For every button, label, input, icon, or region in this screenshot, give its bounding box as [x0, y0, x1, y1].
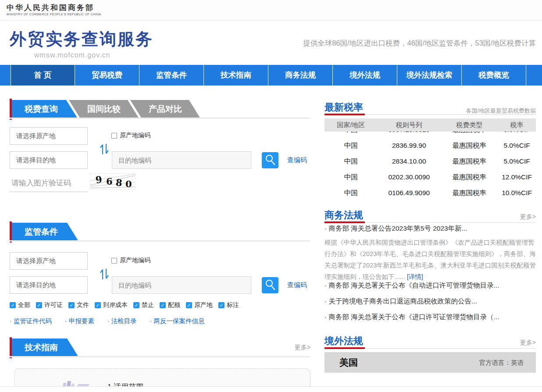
origin-code-checkbox[interactable]: 原产地编码 — [111, 257, 150, 264]
commerce-laws-title: 商务法规 — [324, 209, 363, 222]
ministry-topbar: 中华人民共和国商务部 MINISTRY OF COMMERCE PEOPLE'S… — [0, 0, 542, 21]
news-item[interactable]: · 商务部 海关总署关于公布《自动进口许可管理货物目录... — [324, 281, 536, 290]
captcha-digit: 0 — [125, 178, 132, 189]
tabs-underline — [10, 118, 310, 119]
nav-item-tech-guide[interactable]: 技术指南 — [204, 65, 268, 86]
tax-query-form: 请选择原产地 原产地编码 请选择目的地 查编码 — [10, 127, 310, 197]
rate-row[interactable]: 中国0202.30.0090最惠国税率12.0%CIF — [324, 169, 536, 185]
origin-select[interactable]: 请选择原产地 — [10, 127, 88, 145]
red-title-underline — [324, 221, 365, 223]
section-underline — [10, 356, 310, 357]
red-title-underline — [324, 347, 365, 349]
destination-select[interactable]: 请选择目的地 — [10, 151, 88, 169]
origin-code-checkbox-label: 原产地编码 — [120, 257, 150, 264]
link-trade-remedy-cases[interactable]: · 两反一保案件信息 — [150, 317, 205, 325]
filter-quota[interactable]: ✓配额 — [160, 301, 180, 309]
bottom-strip — [0, 386, 542, 392]
site-url: wmsw.mofcom.gov.cn — [34, 51, 110, 59]
country-language: 官方语言：英语 — [479, 359, 524, 367]
checkbox-checked-icon[interactable]: ✓ — [218, 302, 225, 308]
filter-label[interactable]: ✓标注 — [218, 301, 239, 309]
lookup-code-link[interactable]: 查编码 — [287, 281, 307, 289]
red-accent-bar — [10, 99, 12, 120]
commerce-laws-header: 商务法规 更多> — [324, 209, 536, 224]
country-banner[interactable]: 美国 官方语言：英语 — [324, 352, 536, 373]
supervision-filters: ✓全部 ✓许可证 ✓文件 ✓到岸成本 ✓禁止 ✓配额 ✓原产地 ✓标注 — [10, 301, 239, 309]
checkbox-unchecked-icon[interactable] — [111, 258, 117, 264]
supervision-query-form: 请选择原产地 原产地编码 请选择目的地 查编码 — [10, 252, 310, 296]
supervision-section-title: 监管条件 — [12, 223, 78, 241]
captcha-input[interactable] — [10, 175, 88, 192]
news-featured-summary: 根据《中华人民共和国货物进出口管理条例》《农产品进口关税配额管理暂行办法》和《2… — [324, 237, 536, 282]
checkbox-checked-icon[interactable]: ✓ — [10, 302, 16, 308]
latest-rates-subtitle: 各国/地区最新贸易税费数据 — [466, 107, 536, 115]
nav-item-foreign-laws[interactable]: 境外法规 — [333, 65, 397, 86]
nav-item-home[interactable]: 首 页 — [11, 65, 75, 86]
checkbox-checked-icon[interactable]: ✓ — [160, 302, 166, 308]
destination-select[interactable]: 请选择目的地 — [10, 276, 88, 294]
search-button[interactable] — [262, 277, 278, 293]
commerce-laws-more-link[interactable]: 更多> — [520, 213, 536, 221]
link-inspection-catalog[interactable]: · 法检目录 — [107, 317, 137, 325]
news-item[interactable]: · 商务部 海关总署关于公布《进口许可证管理货物目录（... — [324, 313, 536, 322]
link-declaration-elements[interactable]: · 申报要素 — [65, 317, 94, 325]
checkbox-checked-icon[interactable]: ✓ — [68, 302, 75, 308]
swap-icon[interactable] — [99, 267, 110, 281]
ministry-logo-cn: 中华人民共和国商务部 — [7, 3, 94, 13]
checkbox-unchecked-icon[interactable] — [111, 133, 117, 139]
page: 中华人民共和国商务部 MINISTRY OF COMMERCE PEOPLE'S… — [0, 0, 542, 392]
supervision-section-header: 监管条件 — [10, 223, 310, 241]
latest-rates-header: 最新税率 各国/地区最新贸易税费数据 — [324, 101, 536, 116]
col-country: 国家/地区 — [324, 121, 378, 129]
rate-row[interactable]: 中国2836.99.90最惠国税率5.0%CIF — [324, 138, 536, 153]
red-accent-bar — [10, 221, 12, 242]
foreign-laws-title: 境外法规 — [324, 335, 363, 348]
checkbox-checked-icon[interactable]: ✓ — [133, 302, 139, 308]
search-button[interactable] — [262, 152, 278, 168]
tab-product-compare[interactable]: 产品对比 — [130, 100, 200, 118]
filter-cif-cost[interactable]: ✓到岸成本 — [95, 301, 128, 309]
rate-row[interactable]: 中国5907.29.5020最惠国税率6.5%CIF — [324, 132, 536, 138]
filter-prohibited[interactable]: ✓禁止 — [133, 301, 154, 309]
tab-country-compare[interactable]: 国间比较 — [69, 100, 139, 118]
latest-rates-title: 最新税率 — [324, 101, 363, 114]
checkbox-checked-icon[interactable]: ✓ — [36, 302, 42, 308]
nav-item-tax-overview[interactable]: 税费概览 — [462, 65, 526, 86]
captcha-image[interactable]: 9 6 8 0 — [90, 173, 136, 190]
news-item[interactable]: · 关于跨境电子商务出口退运商品税收政策的公告... — [324, 297, 536, 306]
col-tax-type: 税费类型 — [441, 121, 498, 129]
rate-row[interactable]: 中国0106.49.9090最惠国税率10.0%CIF — [324, 185, 536, 201]
tax-query-tabs: 税费查询 国间比较 产品对比 — [10, 100, 310, 118]
swap-icon[interactable] — [99, 143, 110, 156]
site-title: 外贸实务查询服务 — [10, 28, 153, 50]
tech-guide-more-link[interactable]: 更多> — [295, 344, 310, 352]
rates-table: 中国5907.29.5020最惠国税率6.5%CIF 中国2836.99.90最… — [324, 132, 536, 201]
destination-code-input[interactable] — [112, 276, 251, 294]
nav-item-foreign-laws-search[interactable]: 境外法规检索 — [397, 65, 462, 86]
nav-item-commerce-laws[interactable]: 商务法规 — [268, 65, 333, 86]
news-featured-title[interactable]: · 商务部 海关总署公告2023年第5号 2023年新... — [324, 224, 536, 233]
link-supervision-cert-codes[interactable]: · 监管证件代码 — [10, 317, 52, 325]
checkbox-checked-icon[interactable]: ✓ — [95, 302, 101, 308]
nav-item-trade-tax[interactable]: 贸易税费 — [75, 65, 139, 86]
main-nav: 首 页 贸易税费 监管条件 技术指南 商务法规 境外法规 境外法规检索 税费概览 — [0, 65, 542, 86]
filter-document[interactable]: ✓文件 — [68, 301, 89, 309]
destination-code-input[interactable] — [112, 151, 251, 169]
foreign-laws-more-link[interactable]: 更多> — [520, 339, 536, 347]
rate-row[interactable]: 中国2834.10.00最惠国税率5.0%CIF — [324, 153, 536, 169]
filter-all[interactable]: ✓全部 — [10, 301, 30, 309]
detail-link[interactable]: [详情] — [407, 273, 423, 280]
captcha-digit: 6 — [106, 176, 113, 187]
rates-table-viewport: 中国5907.29.5020最惠国税率6.5%CIF 中国2836.99.90最… — [324, 132, 536, 201]
filter-license[interactable]: ✓许可证 — [36, 301, 63, 309]
lookup-code-link[interactable]: 查编码 — [287, 156, 307, 164]
nav-item-supervision[interactable]: 监管条件 — [139, 65, 204, 86]
tab-tax-query[interactable]: 税费查询 — [12, 100, 78, 118]
magnifier-icon — [264, 278, 277, 291]
origin-select[interactable]: 请选择原产地 — [10, 252, 88, 270]
filter-origin[interactable]: ✓原产地 — [186, 301, 213, 309]
checkbox-checked-icon[interactable]: ✓ — [186, 302, 192, 308]
origin-code-checkbox[interactable]: 原产地编码 — [111, 132, 150, 139]
red-title-underline — [324, 114, 365, 115]
section-underline — [10, 240, 310, 242]
